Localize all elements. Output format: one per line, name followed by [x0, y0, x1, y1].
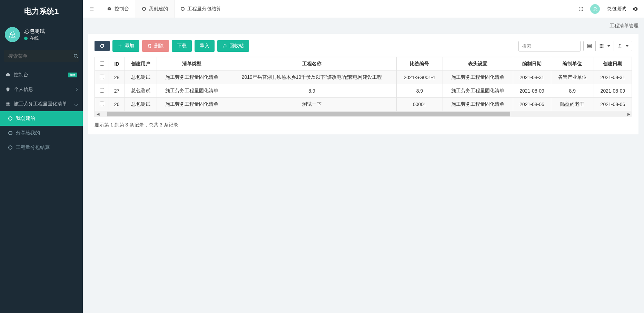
cell-date1: 2021-08-31 — [513, 71, 551, 84]
user-name: 总包测试 — [24, 28, 45, 35]
svg-rect-18 — [600, 47, 601, 48]
topbar-avatar[interactable]: 总 — [590, 4, 600, 14]
tab-label: 工程量分包结算 — [187, 6, 221, 12]
cell-date2: 2021-08-09 — [594, 84, 632, 98]
column-header[interactable]: 创建用户 — [125, 57, 157, 71]
table-row[interactable]: 27总包测试施工劳务工程量固化清单8.98.9施工劳务工程量固化清单2021-0… — [95, 84, 632, 98]
avatar[interactable]: 总 — [5, 27, 20, 42]
sidebar-menu: 控制台 hot 个人信息 施工劳务工程量固化清单 — [0, 68, 83, 111]
menu-icon — [89, 7, 94, 11]
scroll-right-icon: ▶ — [626, 112, 632, 116]
horizontal-scrollbar[interactable]: ◀ ▶ — [95, 111, 632, 117]
recycle-button[interactable]: 回收站 — [217, 40, 249, 52]
download-button[interactable]: 下载 — [172, 40, 192, 52]
row-checkbox[interactable] — [100, 88, 104, 93]
svg-rect-17 — [603, 46, 604, 47]
search-icon — [73, 54, 78, 58]
trash-icon — [147, 44, 152, 48]
cell-project: 2019年岳普湖县铁热木乡10千伏及以下"煤改电"配套电网建设工程 — [227, 71, 397, 84]
cell-header: 施工劳务工程量固化清单 — [443, 71, 513, 84]
toggle-pagination-button[interactable] — [583, 41, 596, 51]
svg-rect-13 — [601, 44, 602, 45]
users-icon — [6, 102, 10, 106]
svg-rect-16 — [601, 46, 602, 47]
plus-icon — [118, 44, 122, 48]
cell-header: 施工劳务工程量固化清单 — [443, 84, 513, 98]
cell-unit: 隔壁的老王 — [551, 98, 594, 111]
toolbar-right — [518, 41, 632, 51]
header-checkbox-cell — [95, 57, 109, 71]
svg-rect-19 — [601, 47, 602, 48]
menu-item-profile[interactable]: 个人信息 — [0, 82, 83, 97]
svg-rect-12 — [600, 44, 601, 45]
column-header[interactable]: 表头设置 — [443, 57, 513, 71]
svg-point-2 — [6, 102, 8, 104]
button-label: 下载 — [177, 43, 187, 49]
menu-search-input[interactable] — [4, 50, 73, 62]
cell-id: 28 — [109, 71, 125, 84]
status-dot-icon — [24, 37, 28, 40]
column-header[interactable]: 创建日期 — [594, 57, 632, 71]
button-label: 导入 — [200, 43, 209, 49]
gear-icon[interactable] — [633, 7, 638, 11]
view-toggle-group — [583, 41, 632, 51]
circle-icon — [8, 145, 12, 150]
cell-bid: 8.9 — [397, 84, 443, 98]
scroll-thumb[interactable] — [107, 112, 510, 116]
circle-icon — [8, 131, 12, 135]
submenu-label: 分享给我的 — [16, 130, 40, 136]
export-button[interactable] — [614, 41, 632, 51]
grid-icon — [599, 44, 604, 48]
tab-label: 控制台 — [115, 6, 129, 12]
row-checkbox-cell — [95, 98, 109, 111]
delete-button[interactable]: 删除 — [142, 40, 169, 52]
submenu-item-settlement[interactable]: 工程量分包结算 — [0, 140, 83, 155]
data-table: ID 创建用户 清单类型 工程名称 比选编号 表头设置 编制日期 编制单位 创建… — [95, 57, 632, 111]
dashboard-icon — [6, 73, 10, 77]
table-header-row: ID 创建用户 清单类型 工程名称 比选编号 表头设置 编制日期 编制单位 创建… — [95, 57, 632, 71]
select-all-checkbox[interactable] — [100, 61, 104, 66]
cell-unit: 省管产业单位 — [551, 71, 594, 84]
table-row[interactable]: 28总包测试施工劳务工程量固化清单2019年岳普湖县铁热木乡10千伏及以下"煤改… — [95, 71, 632, 84]
menu-label: 施工劳务工程量固化清单 — [14, 101, 77, 107]
column-header[interactable]: 编制单位 — [551, 57, 594, 71]
submenu-item-shared[interactable]: 分享给我的 — [0, 126, 83, 140]
dashboard-icon — [107, 7, 112, 11]
add-button[interactable]: 添加 — [112, 40, 139, 52]
menu-label: 个人信息 — [14, 86, 77, 93]
cell-user: 总包测试 — [125, 84, 157, 98]
submenu-item-my-created[interactable]: 我创建的 — [0, 111, 83, 126]
scroll-left-icon: ◀ — [95, 112, 101, 116]
row-checkbox[interactable] — [100, 75, 104, 79]
fullscreen-icon[interactable] — [578, 7, 583, 11]
menu-search-button[interactable] — [73, 50, 79, 62]
svg-rect-9 — [588, 44, 592, 48]
topbar: 控制台 我创建的 工程量分包结算 总 总包测试 — [83, 0, 644, 18]
column-header[interactable]: 比选编号 — [397, 57, 443, 71]
cell-unit: 8.9 — [551, 84, 594, 98]
menu-item-console[interactable]: 控制台 hot — [0, 68, 83, 82]
table-search-input[interactable] — [518, 41, 581, 51]
column-header[interactable]: ID — [109, 57, 125, 71]
menu-item-construction-list[interactable]: 施工劳务工程量固化清单 — [0, 97, 83, 111]
refresh-button[interactable] — [95, 41, 110, 51]
svg-point-0 — [74, 54, 77, 57]
sidebar-toggle-button[interactable] — [83, 0, 101, 18]
breadcrumb: 工程清单管理 — [83, 18, 644, 34]
cell-bid: 00001 — [397, 98, 443, 111]
cell-user: 总包测试 — [125, 98, 157, 111]
cell-type: 施工劳务工程量固化清单 — [157, 71, 227, 84]
columns-button[interactable] — [595, 41, 614, 51]
user-panel: 总 总包测试 在线 — [0, 23, 83, 46]
table-row[interactable]: 26总包测试施工劳务工程量固化清单测试一下00001施工劳务工程量固化清单202… — [95, 98, 632, 111]
tab-settlement[interactable]: 工程量分包结算 — [175, 0, 228, 18]
import-button[interactable]: 导入 — [195, 40, 215, 52]
row-checkbox[interactable] — [100, 102, 104, 106]
column-header[interactable]: 工程名称 — [227, 57, 397, 71]
column-header[interactable]: 编制日期 — [513, 57, 551, 71]
main-content: 控制台 我创建的 工程量分包结算 总 总包测试 工程清单管理 — [83, 0, 644, 313]
topbar-username[interactable]: 总包测试 — [607, 6, 626, 12]
tab-my-created[interactable]: 我创建的 — [136, 0, 175, 18]
tab-console[interactable]: 控制台 — [101, 0, 136, 18]
column-header[interactable]: 清单类型 — [157, 57, 227, 71]
